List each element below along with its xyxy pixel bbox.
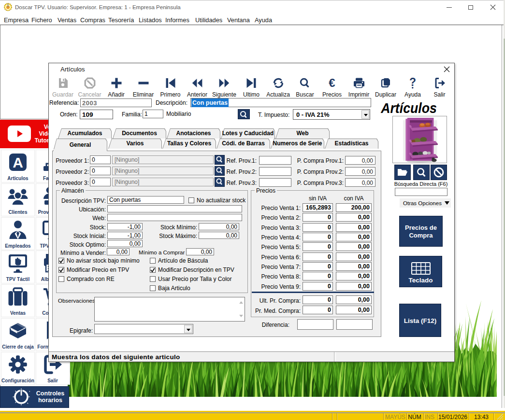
- svg-text:A: A: [13, 154, 23, 170]
- svg-text:?: ?: [409, 77, 416, 88]
- svg-text:€: €: [329, 77, 335, 89]
